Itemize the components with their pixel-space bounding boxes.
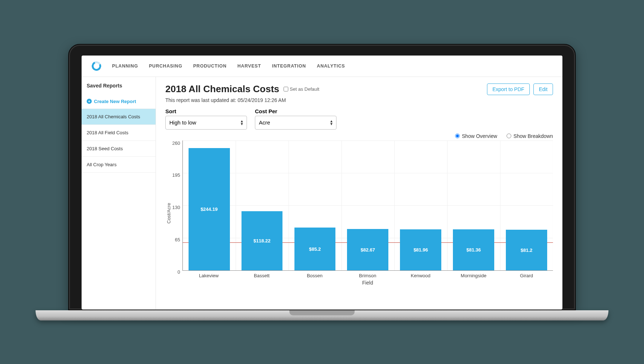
chart-ytick: 260 [172,140,180,146]
saved-reports-list: 2018 All Chemicals Costs2018 All Field C… [82,109,156,173]
chart-xlabel: Field [182,280,553,286]
chart-bar[interactable]: $118.22 [242,211,283,270]
chart-bar[interactable]: $81.96 [400,229,441,270]
sort-value: High to low [169,119,196,126]
nav-item-analytics[interactable]: ANALYTICS [317,64,345,69]
sort-control: Sort High to low ▲▼ [165,108,247,130]
chart-xcategory: Brimson [341,271,394,278]
chart-xcategory: Bossen [288,271,341,278]
sidebar-title: Saved Reports [82,77,156,94]
view-breakdown-input[interactable] [507,134,511,138]
costper-select[interactable]: Acre ▲▼ [255,116,337,130]
nav-items: PLANNINGPURCHASINGPRODUCTIONHARVESTINTEG… [112,64,345,69]
nav-item-harvest[interactable]: HARVEST [238,64,261,69]
sidebar-item[interactable]: 2018 All Field Costs [82,125,156,141]
view-overview-radio[interactable]: Show Overview [455,133,497,139]
updated-time: 05/24/2019 12:26 AM [238,97,286,103]
chart-bars: $244.19$118.22$85.2$82.67$81.96$81.36$81… [183,140,553,270]
chart-ylabel: Cost/Acre [165,140,172,286]
main: 2018 All Chemicals Costs Set as Default … [156,77,562,310]
chart-ytick: 195 [172,172,180,178]
sidebar-item[interactable]: All Crop Years [82,157,156,173]
chart-bar-slot: $85.2 [289,140,342,270]
nav-item-planning[interactable]: PLANNING [112,64,138,69]
view-breakdown-radio[interactable]: Show Breakdown [507,133,553,139]
page-title: 2018 All Chemicals Costs [165,83,279,95]
top-nav: PLANNINGPURCHASINGPRODUCTIONHARVESTINTEG… [82,56,562,77]
chart: Cost/Acre 260195130650 $244.19$118.22$85… [165,140,553,286]
laptop-notch [289,310,355,315]
chart-bar-slot: $81.2 [500,140,553,270]
costper-value: Acre [259,119,270,126]
title-row: 2018 All Chemicals Costs Set as Default … [165,83,553,95]
chart-bar[interactable]: $81.2 [506,230,547,270]
chart-bar-slot: $81.36 [447,140,500,270]
chart-ytick: 65 [175,237,180,242]
nav-item-production[interactable]: PRODUCTION [193,64,227,69]
chart-bar[interactable]: $85.2 [294,228,336,270]
chart-bar-value: $85.2 [309,246,321,251]
laptop-base [36,310,608,320]
body: Saved Reports + Create New Report 2018 A… [82,77,562,310]
chart-bar[interactable]: $244.19 [189,148,230,270]
chart-xcategory: Lakeview [182,271,235,278]
title-left: 2018 All Chemicals Costs Set as Default [165,83,319,95]
plus-circle-icon: + [87,99,92,104]
chart-bar[interactable]: $81.36 [453,229,494,270]
costper-label: Cost Per [255,108,337,114]
chart-ytick: 0 [177,269,180,275]
chart-plot: $244.19$118.22$85.2$82.67$81.96$81.36$81… [182,140,553,271]
chart-bar-value: $81.2 [521,247,533,253]
sort-label: Sort [165,108,247,114]
chart-bar-slot: $118.22 [236,140,289,270]
set-default-checkbox[interactable] [284,87,288,91]
controls: Sort High to low ▲▼ Cost Per Acre ▲▼ [165,108,553,130]
edit-button[interactable]: Edit [533,83,553,95]
chart-xcategory: Girard [500,271,553,278]
chart-bar-value: $244.19 [201,206,218,212]
app-logo-icon [90,60,102,72]
view-toggle: Show Overview Show Breakdown [165,133,553,139]
sidebar-item[interactable]: 2018 Seed Costs [82,141,156,157]
view-overview-label: Show Overview [462,133,497,139]
chart-bar-slot: $244.19 [183,140,236,270]
chart-ytick: 130 [172,205,180,210]
nav-item-integration[interactable]: INTEGRATION [272,64,306,69]
chart-bar[interactable]: $82.67 [347,229,388,270]
chart-bar-value: $81.96 [413,247,428,253]
laptop-bezel: PLANNINGPURCHASINGPRODUCTIONHARVESTINTEG… [68,44,576,310]
laptop-mockup: PLANNINGPURCHASINGPRODUCTIONHARVESTINTEG… [68,44,576,320]
chart-xcategory: Bassett [235,271,288,278]
app-screen: PLANNINGPURCHASINGPRODUCTIONHARVESTINTEG… [82,56,562,310]
chevron-updown-icon: ▲▼ [240,120,244,126]
export-pdf-button[interactable]: Export to PDF [487,83,530,95]
chart-xcategory: Morningside [447,271,500,278]
chevron-updown-icon: ▲▼ [330,120,333,126]
action-buttons: Export to PDF Edit [487,83,553,95]
create-report-label: Create New Report [94,99,136,104]
updated-prefix: This report was last updated at: [165,97,238,103]
chart-yaxis: 260195130650 [172,140,182,275]
chart-bar-value: $82.67 [360,247,375,252]
create-report-link[interactable]: + Create New Report [82,94,156,109]
costper-control: Cost Per Acre ▲▼ [255,108,337,130]
nav-item-purchasing[interactable]: PURCHASING [149,64,182,69]
chart-xcategory: Kenwood [394,271,447,278]
set-default-toggle[interactable]: Set as Default [284,86,319,92]
set-default-label: Set as Default [290,86,319,92]
sidebar-item[interactable]: 2018 All Chemicals Costs [82,109,156,125]
sort-select[interactable]: High to low ▲▼ [165,116,247,130]
chart-bar-slot: $81.96 [394,140,447,270]
chart-bar-slot: $82.67 [341,140,394,270]
chart-xaxis-categories: LakeviewBassettBossenBrimsonKenwoodMorni… [182,271,553,278]
last-updated: This report was last updated at: 05/24/2… [165,97,553,103]
chart-bar-value: $118.22 [253,238,271,244]
view-breakdown-label: Show Breakdown [513,133,553,139]
chart-bar-value: $81.36 [466,247,481,253]
view-overview-input[interactable] [455,134,460,138]
sidebar: Saved Reports + Create New Report 2018 A… [82,77,156,310]
